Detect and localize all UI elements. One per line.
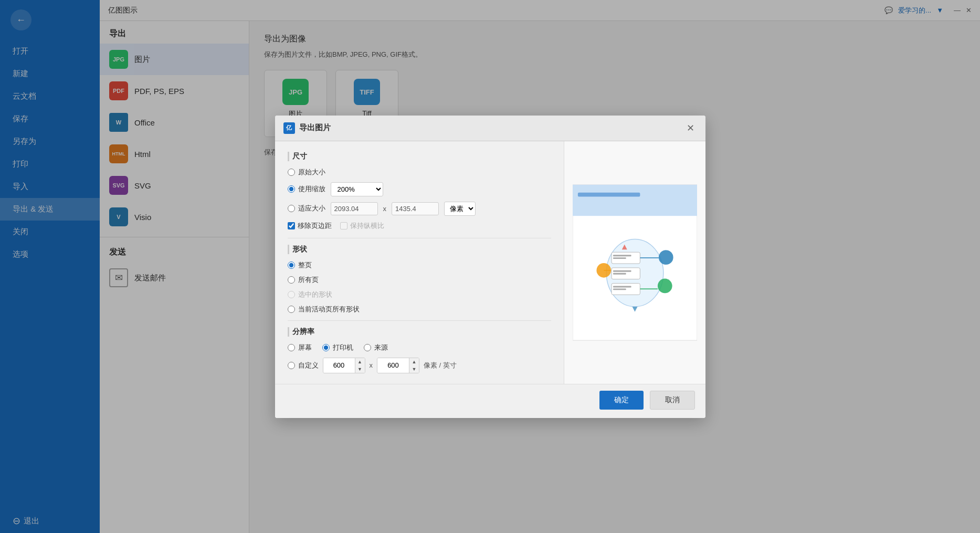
printer-res-label: 打印机: [333, 343, 353, 352]
original-size-radio-group: 原始大小: [288, 168, 325, 177]
selected-shapes-row: 选中的形状: [288, 290, 551, 299]
scale-radio-label: 使用缩放: [298, 184, 325, 194]
svg-rect-1: [573, 184, 697, 215]
svg-point-5: [658, 250, 673, 265]
current-page-shapes-label: 当前活动页所有形状: [298, 305, 360, 314]
keep-ratio-group: 保持纵横比: [340, 221, 384, 231]
current-page-shapes-radio[interactable]: [288, 306, 295, 313]
dialog-body: 尺寸 原始大小 使用缩放 200% 50% 75%: [275, 141, 705, 384]
all-pages-group: 所有页: [288, 275, 319, 285]
scale-row: 使用缩放 200% 50% 75% 100% 150% 300%: [288, 182, 551, 196]
whole-page-group: 整页: [288, 260, 312, 270]
original-size-radio[interactable]: [288, 169, 295, 176]
all-pages-row: 所有页: [288, 275, 551, 285]
scale-radio[interactable]: [288, 185, 295, 193]
fit-size-radio[interactable]: [288, 205, 295, 212]
remove-margin-group: 移除页边距: [288, 221, 332, 231]
screen-res-group: 屏幕: [288, 343, 312, 352]
whole-page-row: 整页: [288, 260, 551, 270]
divider-2: [288, 320, 551, 321]
custom-res-radio[interactable]: [288, 362, 295, 369]
custom-width-spinner: ▲ ▼: [323, 358, 365, 373]
all-pages-radio[interactable]: [288, 276, 295, 284]
remove-margin-checkbox[interactable]: [288, 222, 295, 229]
size-section-label: 尺寸: [288, 152, 551, 161]
svg-rect-16: [613, 257, 626, 259]
screen-res-label: 屏幕: [298, 343, 312, 352]
export-dialog: 亿 导出图片 ✕ 尺寸 原始大小: [275, 116, 705, 418]
custom-height-spinner: ▲ ▼: [377, 358, 419, 373]
custom-res-row: 自定义 ▲ ▼ x ▲ ▼: [288, 358, 551, 373]
custom-res-group: 自定义: [288, 361, 319, 370]
current-page-row: 当前活动页所有形状: [288, 305, 551, 314]
source-res-label: 来源: [374, 343, 388, 352]
width-spin-up[interactable]: ▲: [355, 358, 365, 365]
selected-shapes-label: 选中的形状: [298, 290, 332, 299]
printer-res-radio[interactable]: [322, 344, 330, 351]
resolution-section-label: 分辨率: [288, 327, 551, 337]
whole-page-radio[interactable]: [288, 262, 295, 269]
dialog-title-icon: 亿: [283, 122, 295, 134]
svg-rect-17: [613, 270, 631, 271]
height-input[interactable]: [392, 202, 439, 215]
selected-shapes-radio[interactable]: [288, 291, 295, 298]
custom-height-input[interactable]: [377, 358, 409, 373]
fit-size-row: 适应大小 x 像素 毫米 厘米 英寸: [288, 202, 551, 216]
dialog-close-button[interactable]: ✕: [684, 122, 697, 134]
width-spin-buttons: ▲ ▼: [355, 358, 365, 373]
fit-size-label: 适应大小: [298, 204, 325, 213]
keep-ratio-label: 保持纵横比: [350, 221, 384, 231]
res-unit-label: 像素 / 英寸: [424, 361, 457, 370]
svg-rect-18: [613, 273, 626, 274]
dialog-overlay: 亿 导出图片 ✕ 尺寸 原始大小: [0, 0, 980, 533]
svg-rect-15: [613, 255, 631, 256]
fit-size-radio-group: 适应大小: [288, 204, 325, 213]
svg-rect-2: [577, 192, 640, 196]
height-spin-down[interactable]: ▼: [409, 365, 419, 373]
all-pages-label: 所有页: [298, 275, 319, 285]
scale-radio-group: 使用缩放: [288, 184, 325, 194]
custom-width-input[interactable]: [323, 358, 355, 373]
width-input[interactable]: [331, 202, 378, 215]
dialog-right-preview: [564, 141, 705, 384]
svg-rect-19: [613, 286, 631, 287]
svg-rect-20: [613, 288, 626, 290]
unit-select[interactable]: 像素 毫米 厘米 英寸: [444, 202, 476, 216]
dialog-footer: 确定 取消: [275, 384, 705, 418]
current-page-group: 当前活动页所有形状: [288, 305, 360, 314]
remove-margin-label: 移除页边距: [298, 221, 332, 231]
dialog-header: 亿 导出图片 ✕: [275, 116, 705, 141]
preview-image: [573, 184, 697, 341]
scale-select[interactable]: 200% 50% 75% 100% 150% 300%: [331, 182, 383, 196]
shape-section-label: 形状: [288, 245, 551, 254]
divider-1: [288, 238, 551, 238]
height-spin-buttons: ▲ ▼: [409, 358, 419, 373]
source-res-group: 来源: [364, 343, 388, 352]
confirm-button[interactable]: 确定: [599, 391, 644, 410]
whole-page-label: 整页: [298, 260, 312, 270]
original-size-label: 原始大小: [298, 168, 325, 177]
width-spin-down[interactable]: ▼: [355, 365, 365, 373]
cancel-button[interactable]: 取消: [650, 391, 695, 410]
height-spin-up[interactable]: ▲: [409, 358, 419, 365]
keep-ratio-checkbox[interactable]: [340, 222, 347, 229]
dialog-title: 亿 导出图片: [283, 122, 331, 134]
res-x-separator: x: [370, 361, 373, 369]
printer-res-group: 打印机: [322, 343, 353, 352]
x-separator: x: [383, 205, 387, 213]
svg-point-6: [657, 278, 672, 293]
custom-res-label: 自定义: [298, 361, 319, 370]
source-res-radio[interactable]: [364, 344, 371, 351]
original-size-row: 原始大小: [288, 168, 551, 177]
dialog-left: 尺寸 原始大小 使用缩放 200% 50% 75%: [275, 141, 564, 384]
screen-res-radio[interactable]: [288, 344, 295, 351]
resolution-row: 屏幕 打印机 来源: [288, 343, 551, 352]
selected-shapes-group: 选中的形状: [288, 290, 332, 299]
checkbox-row: 移除页边距 保持纵横比: [288, 221, 551, 231]
